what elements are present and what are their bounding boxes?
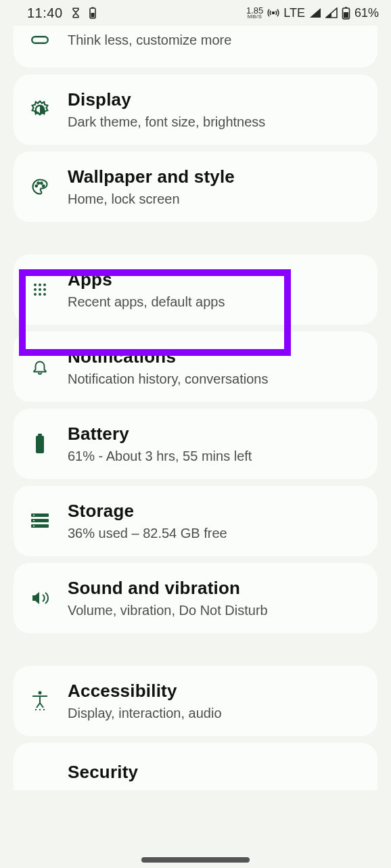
svg-rect-23 — [36, 436, 44, 453]
svg-point-14 — [39, 283, 41, 286]
section-divider — [14, 229, 377, 248]
network-label: LTE — [283, 6, 305, 20]
svg-point-13 — [34, 283, 37, 286]
svg-point-15 — [43, 283, 46, 286]
svg-point-10 — [37, 182, 39, 184]
settings-item-subtitle: 36% used – 82.54 GB free — [68, 526, 227, 541]
bell-icon — [28, 355, 51, 378]
settings-item-battery[interactable]: Battery 61% - About 3 hrs, 55 mins left — [14, 409, 377, 479]
battery-status-icon — [342, 7, 350, 20]
settings-item-wallpaper[interactable]: Wallpaper and style Home, lock screen — [14, 152, 377, 222]
pill-icon — [28, 28, 51, 51]
svg-rect-1 — [91, 7, 93, 9]
settings-item-title: Storage — [68, 501, 227, 522]
settings-item-customize[interactable]: Think less, customize more — [14, 26, 377, 68]
settings-item-apps[interactable]: Apps Recent apps, default apps — [14, 254, 377, 325]
settings-item-subtitle: Dark theme, font size, brightness — [68, 114, 265, 130]
settings-item-subtitle: Think less, customize more — [68, 32, 231, 48]
settings-item-subtitle: Notification history, conversations — [68, 371, 268, 387]
signal-2-icon — [325, 7, 338, 18]
signal-1-icon — [309, 7, 321, 18]
settings-list: Think less, customize more Display Dark … — [0, 26, 391, 790]
settings-item-security[interactable]: Security — [14, 743, 377, 790]
svg-point-16 — [34, 288, 37, 291]
palette-icon — [28, 175, 51, 198]
settings-item-subtitle: 61% - About 3 hrs, 55 mins left — [68, 449, 252, 464]
settings-item-title: Security — [68, 762, 138, 783]
svg-point-3 — [273, 12, 275, 14]
battery-percent: 61% — [354, 6, 379, 20]
svg-point-11 — [41, 182, 43, 184]
settings-item-title: Sound and vibration — [68, 578, 268, 599]
settings-item-title: Display — [68, 89, 265, 110]
apps-grid-icon — [28, 278, 51, 301]
settings-item-title: Wallpaper and style — [68, 166, 235, 187]
status-left: 11:40 — [27, 5, 97, 21]
settings-item-title: Apps — [68, 269, 225, 290]
svg-point-27 — [33, 515, 34, 516]
svg-point-17 — [39, 288, 41, 291]
net-speed-unit: MB/S — [248, 14, 262, 19]
status-clock: 11:40 — [27, 5, 63, 21]
svg-point-21 — [43, 293, 46, 296]
svg-point-28 — [33, 520, 34, 522]
svg-point-30 — [39, 691, 42, 695]
settings-item-accessibility[interactable]: Accessibility Display, interaction, audi… — [14, 666, 377, 736]
brightness-icon — [28, 98, 51, 121]
settings-item-subtitle: Recent apps, default apps — [68, 294, 225, 310]
hourglass-icon — [70, 7, 82, 19]
settings-item-display[interactable]: Display Dark theme, font size, brightnes… — [14, 74, 377, 145]
svg-rect-22 — [38, 434, 42, 436]
battery-small-icon — [89, 7, 97, 19]
settings-item-sound[interactable]: Sound and vibration Volume, vibration, D… — [14, 563, 377, 633]
svg-rect-2 — [91, 13, 94, 18]
status-right: 1.85 MB/S LTE 61% — [246, 6, 379, 20]
status-bar: 11:40 1.85 MB/S LTE — [0, 0, 391, 26]
accessibility-icon — [28, 689, 51, 712]
svg-point-12 — [43, 185, 45, 187]
svg-rect-5 — [345, 7, 347, 8]
settings-item-title: Accessibility — [68, 681, 222, 702]
svg-point-19 — [34, 293, 37, 296]
settings-item-title: Notifications — [68, 346, 268, 367]
speaker-icon — [28, 587, 51, 610]
svg-rect-6 — [344, 12, 348, 18]
svg-rect-7 — [32, 37, 48, 43]
navigation-handle[interactable] — [141, 857, 250, 863]
storage-icon — [28, 509, 51, 532]
settings-item-storage[interactable]: Storage 36% used – 82.54 GB free — [14, 486, 377, 556]
settings-item-subtitle: Display, interaction, audio — [68, 706, 222, 721]
battery-icon — [28, 432, 51, 455]
shield-icon — [28, 760, 51, 783]
hotspot-icon — [267, 7, 279, 19]
section-divider — [14, 640, 377, 659]
svg-point-9 — [35, 185, 37, 187]
net-speed: 1.85 MB/S — [246, 7, 263, 20]
svg-point-20 — [39, 293, 41, 296]
settings-item-title: Battery — [68, 424, 252, 444]
settings-item-subtitle: Volume, vibration, Do Not Disturb — [68, 603, 268, 618]
settings-item-subtitle: Home, lock screen — [68, 191, 235, 207]
settings-item-notifications[interactable]: Notifications Notification history, conv… — [14, 332, 377, 402]
svg-point-18 — [43, 288, 46, 291]
svg-point-29 — [33, 526, 34, 527]
